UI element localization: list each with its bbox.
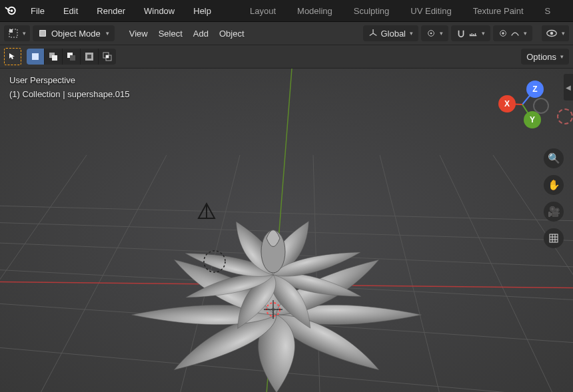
svg-rect-4 — [40, 31, 46, 37]
svg-point-8 — [502, 32, 504, 35]
perspective-toggle-button[interactable] — [544, 228, 564, 248]
object-mode-icon — [38, 29, 47, 38]
select-mode-intersect[interactable] — [99, 49, 116, 65]
header-menu-view[interactable]: View — [125, 25, 152, 41]
viewport-3d[interactable]: User Perspective (1) Collection | supers… — [0, 69, 573, 392]
camera-icon: 🎥 — [548, 206, 560, 218]
active-object-label: (1) Collection | supershape.015 — [9, 88, 129, 102]
header-menu-add[interactable]: Add — [189, 25, 213, 41]
svg-rect-11 — [32, 53, 39, 60]
svg-rect-13 — [52, 55, 57, 61]
menu-help[interactable]: Help — [184, 2, 221, 20]
select-mode-extend[interactable] — [45, 49, 63, 65]
pivot-point-dropdown[interactable]: ▾ — [421, 25, 448, 41]
select-mode-group — [27, 49, 116, 65]
falloff-icon — [510, 29, 520, 38]
select-mode-subtract[interactable] — [63, 49, 81, 65]
transform-orientation-dropdown[interactable]: Global ▾ — [363, 25, 418, 41]
top-menu-bar: File Edit Render Window Help Layout Mode… — [0, 0, 573, 22]
camera-view-button[interactable]: 🎥 — [544, 202, 564, 222]
header-menu-select[interactable]: Select — [155, 25, 187, 41]
zoom-button[interactable]: 🔍 — [544, 148, 564, 168]
svg-rect-43 — [550, 234, 558, 242]
viewport-info-overlay: User Perspective (1) Collection | supers… — [9, 74, 129, 102]
svg-rect-17 — [87, 55, 91, 59]
workspace-tab-modeling[interactable]: Modeling — [286, 2, 343, 20]
view-name: User Perspective — [9, 74, 129, 88]
gizmo-axis-x[interactable]: X — [498, 95, 516, 112]
mode-dropdown[interactable]: Object Mode ▾ — [33, 25, 115, 41]
svg-point-1 — [11, 9, 13, 12]
select-mode-invert[interactable] — [81, 49, 99, 65]
mode-label: Object Mode — [51, 29, 101, 39]
viewport-side-buttons: 🔍 ✋ 🎥 — [544, 148, 564, 248]
orientation-label: Global — [380, 29, 406, 39]
editor-type-button[interactable]: ▾ — [4, 25, 30, 41]
workspace-tab-sculpting[interactable]: Sculpting — [343, 2, 400, 20]
menu-window[interactable]: Window — [135, 2, 184, 20]
gizmo-axis-z[interactable]: Z — [526, 81, 544, 98]
workspace-tab-shading[interactable]: S — [534, 2, 551, 20]
svg-point-6 — [430, 33, 432, 35]
svg-rect-15 — [70, 55, 75, 61]
workspace-tab-uvediting[interactable]: UV Editing — [400, 2, 462, 20]
menu-render[interactable]: Render — [87, 2, 135, 20]
gizmo-axis-y[interactable]: Y — [524, 111, 541, 128]
pan-button[interactable]: ✋ — [544, 175, 564, 195]
proportional-edit-toggle[interactable]: ▾ — [493, 25, 532, 41]
select-tool-button[interactable] — [4, 48, 21, 65]
gizmo-neg-x[interactable] — [557, 108, 573, 124]
svg-point-10 — [550, 32, 554, 35]
select-mode-set[interactable] — [27, 49, 45, 65]
svg-rect-20 — [106, 55, 109, 58]
gizmo-neg-axis[interactable] — [533, 98, 549, 114]
workspace-tab-texturepaint[interactable]: Texture Paint — [462, 2, 534, 20]
viewport-visibility-dropdown[interactable]: ▾ — [542, 25, 569, 41]
menu-file[interactable]: File — [21, 2, 54, 20]
select-tools-row: Options ▾ — [0, 45, 573, 69]
snap-toggle[interactable]: ▾ — [451, 25, 490, 41]
snap-increment-icon — [468, 29, 478, 38]
axes-icon — [368, 29, 378, 38]
nav-gizmo[interactable]: Z X Y — [498, 81, 546, 128]
hand-icon: ✋ — [548, 179, 560, 191]
sidebar-toggle[interactable]: ◀ — [564, 74, 573, 100]
header-menu-object[interactable]: Object — [215, 25, 249, 41]
options-dropdown[interactable]: Options ▾ — [521, 49, 569, 65]
viewport-scene — [0, 69, 573, 392]
viewport-header: ▾ Object Mode ▾ View Select Add Object G… — [0, 22, 573, 45]
options-label: Options — [526, 52, 556, 62]
workspace-tab-layout[interactable]: Layout — [239, 2, 286, 20]
svg-rect-3 — [9, 29, 13, 33]
magnify-icon: 🔍 — [548, 152, 560, 164]
blender-logo-icon — [0, 0, 21, 21]
menu-edit[interactable]: Edit — [54, 2, 87, 20]
